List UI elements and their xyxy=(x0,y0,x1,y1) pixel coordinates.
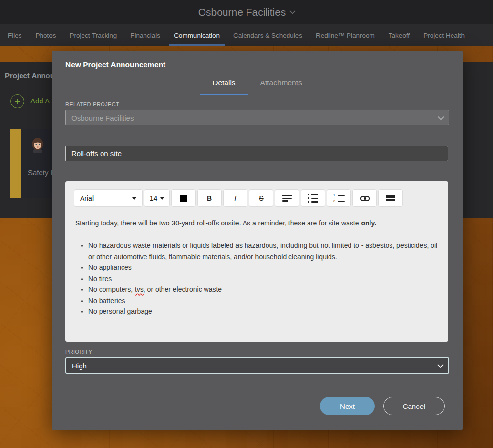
priority-label: PRIORITY xyxy=(65,349,92,355)
priority-value: High xyxy=(72,362,87,370)
dropdown-arrow-icon xyxy=(160,197,164,200)
project-title[interactable]: Osbourne Facilities xyxy=(198,6,286,18)
misspelled-word: tvs xyxy=(135,285,144,293)
list-item: No batteries xyxy=(88,295,438,306)
modal-title: New Project Announcement xyxy=(65,61,165,69)
link-button[interactable] xyxy=(352,189,377,207)
next-button[interactable]: Next xyxy=(320,397,375,415)
nav-tab-photos[interactable]: Photos xyxy=(29,24,63,46)
bold-text: only. xyxy=(361,219,376,227)
editor-toolbar: Arial 14 B I S xyxy=(74,189,448,207)
add-announcement-icon[interactable]: + xyxy=(10,94,24,108)
nav-tab-project-tracking[interactable]: Project Tracking xyxy=(63,24,124,46)
message-body[interactable]: Starting today, there will be two 30-yar… xyxy=(75,218,438,317)
avatar xyxy=(29,137,46,153)
tab-details[interactable]: Details xyxy=(200,79,247,95)
add-announcement-button[interactable]: Add A xyxy=(30,97,50,105)
text-color-button[interactable] xyxy=(171,189,196,207)
list-item: No tires xyxy=(88,273,438,285)
tab-attachments[interactable]: Attachments xyxy=(248,79,314,95)
message-editor[interactable]: Arial 14 B I S xyxy=(65,181,448,342)
dropdown-arrow-icon xyxy=(132,197,136,200)
table-button[interactable] xyxy=(378,189,403,207)
message-paragraph: Starting today, there will be two 30-yar… xyxy=(75,218,438,228)
related-project-value: Osbourne Facilities xyxy=(71,114,134,122)
chevron-down-icon xyxy=(437,362,444,368)
list-item: No personal garbage xyxy=(88,306,438,317)
related-project-label: RELATED PROJECT xyxy=(65,102,119,107)
bold-button[interactable]: B xyxy=(197,189,222,207)
strikethrough-button[interactable]: S xyxy=(249,189,273,207)
modal-footer: Next Cancel xyxy=(320,397,445,415)
font-size-dropdown[interactable]: 14 xyxy=(144,189,170,207)
table-icon xyxy=(386,195,395,202)
chevron-down-icon[interactable] xyxy=(290,8,296,14)
announcement-card-title: Safety I xyxy=(28,168,53,177)
align-button[interactable] xyxy=(275,189,299,207)
align-icon xyxy=(282,195,292,202)
font-family-dropdown[interactable]: Arial xyxy=(74,189,143,207)
color-swatch-icon xyxy=(180,195,187,202)
subject-input[interactable] xyxy=(65,146,448,161)
cancel-button[interactable]: Cancel xyxy=(383,397,445,415)
nav-tab-takeoff[interactable]: Takeoff xyxy=(382,24,416,46)
chevron-down-icon xyxy=(438,114,444,120)
priority-select[interactable]: High xyxy=(65,357,449,374)
list-item: No computers, tvs, or other electronic w… xyxy=(88,284,438,295)
nav-tab-calendars[interactable]: Calendars & Schedules xyxy=(226,24,309,46)
nav-tab-redline-planroom[interactable]: Redline™ Planroom xyxy=(309,24,382,46)
modal-tabs: Details Attachments xyxy=(52,79,463,95)
related-project-select[interactable]: Osbourne Facilities xyxy=(65,110,449,125)
card-priority-stripe xyxy=(10,129,21,198)
link-icon xyxy=(360,195,370,202)
top-header: Osbourne Facilities xyxy=(0,0,493,24)
panel-heading: Project Announ xyxy=(5,71,59,80)
list-item: No appliances xyxy=(88,262,438,273)
message-bullet-list: No hazardous waste materials or liquids … xyxy=(75,240,438,317)
new-announcement-modal: New Project Announcement Details Attachm… xyxy=(52,51,463,430)
main-nav: Files Photos Project Tracking Financials… xyxy=(0,24,493,46)
bulleted-list-button[interactable] xyxy=(301,189,325,207)
italic-button[interactable]: I xyxy=(223,189,247,207)
nav-tab-project-health[interactable]: Project Health xyxy=(416,24,472,46)
numbered-list-button[interactable]: 1 2 xyxy=(327,189,351,207)
nav-tab-communication[interactable]: Communication xyxy=(167,24,226,46)
numbered-list-icon: 1 2 xyxy=(333,193,345,203)
nav-tab-files[interactable]: Files xyxy=(1,24,29,46)
list-item: No hazardous waste materials or liquids … xyxy=(88,240,438,262)
nav-tab-financials[interactable]: Financials xyxy=(123,24,167,46)
bulleted-list-icon xyxy=(308,194,318,203)
